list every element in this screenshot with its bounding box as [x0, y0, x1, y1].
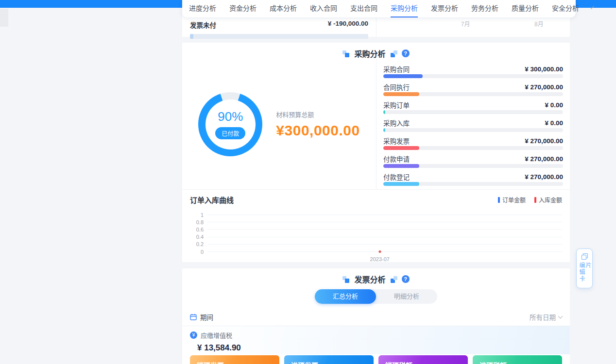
- chart-title: 订单入库曲线: [190, 195, 234, 205]
- budget-donut-block: 90% 已付款 材料预算总额 ¥300,000.00: [182, 59, 376, 189]
- y-axis-tick: 0.6: [190, 227, 204, 232]
- tax-card: 进项税额: [473, 355, 562, 364]
- vat-label: 应缴增值税: [201, 331, 232, 340]
- bar-fill: [383, 92, 419, 96]
- y-axis-tick: 0.4: [190, 234, 204, 240]
- nav-tab[interactable]: 支出合同: [350, 0, 377, 17]
- gridline: [207, 244, 562, 245]
- legend-item[interactable]: 入库金额: [534, 196, 562, 204]
- bar-label: 付款申请: [383, 154, 410, 164]
- gridline-row: 0.2: [190, 241, 562, 248]
- date-range-dropdown[interactable]: 所有日期: [530, 312, 562, 322]
- bar-value: ¥ 0.00: [545, 119, 563, 127]
- tax-card-label: 销项发票: [197, 362, 224, 364]
- background-panel-fragment: [0, 9, 8, 27]
- bar-fill: [383, 146, 419, 150]
- legend-label: 订单金额: [502, 196, 526, 204]
- decor-squares-icon: [342, 50, 350, 57]
- procurement-bar-row: 采购订单 ¥ 0.00: [383, 100, 563, 114]
- period-row: 期间 所有日期: [182, 308, 570, 326]
- edit-cards-button[interactable]: 编辑卡片: [576, 248, 593, 288]
- bar-track: [383, 92, 563, 96]
- nav-tab[interactable]: 成本分析: [270, 0, 297, 17]
- legend-item[interactable]: 订单金额: [498, 196, 526, 204]
- decor-squares-icon: [390, 276, 397, 283]
- y-axis-tick: 1: [190, 212, 204, 218]
- procurement-bar-row: 合同执行 ¥ 270,000.00: [383, 82, 563, 96]
- invoice-unpaid-value: ¥ -190,000.00: [328, 20, 368, 30]
- nav-tab[interactable]: 采购分析: [391, 0, 418, 17]
- bar-value: ¥ 270,000.00: [525, 173, 563, 181]
- nav-tab[interactable]: 安全分析: [552, 0, 579, 17]
- gridline: [207, 237, 562, 237]
- nav-tab[interactable]: 收入合同: [310, 0, 337, 17]
- nav-tab[interactable]: 劳务分析: [471, 0, 498, 17]
- decor-squares-icon: [390, 50, 397, 57]
- tax-card-label: 进项发票: [291, 362, 318, 364]
- bar-label: 采购订单: [383, 100, 410, 110]
- nav-tab[interactable]: 资金分析: [229, 0, 257, 17]
- invoice-section-header: 发票分析 ?: [182, 268, 570, 285]
- chart-legend: 订单金额 入库金额: [498, 196, 562, 204]
- invoice-unpaid-bar-fill: [190, 34, 193, 39]
- legend-marker-icon: [534, 197, 536, 203]
- tax-card: 进项发票: [284, 355, 374, 364]
- gridline-row: 0.6: [190, 226, 562, 233]
- gridline: [207, 229, 562, 230]
- bar-fill: [383, 164, 419, 168]
- tax-card-label: 进项税额: [479, 362, 507, 364]
- calendar-icon: [190, 314, 197, 320]
- bar-label: 合同执行: [383, 82, 410, 92]
- question-icon[interactable]: ?: [402, 50, 410, 57]
- period-label-group: 期间: [190, 312, 213, 322]
- y-axis-tick: 0.2: [190, 241, 204, 247]
- gridline: [207, 251, 562, 252]
- y-axis-tick: 0.8: [190, 219, 204, 225]
- edit-cards-label: 编辑卡片: [578, 262, 591, 288]
- period-label: 期间: [200, 312, 213, 322]
- bar-label: 采购入库: [383, 118, 410, 128]
- procurement-bars-list: 采购合同 ¥ 300,000.00 合同执行 ¥ 270,000.00: [376, 59, 570, 189]
- data-point-dot: [378, 250, 381, 253]
- gridline-row: 1: [190, 211, 562, 218]
- toggle-segment[interactable]: 汇总分析: [315, 289, 376, 304]
- procurement-bar-row: 采购入库 ¥ 0.00: [383, 118, 563, 132]
- date-range-value: 所有日期: [530, 312, 556, 322]
- chevron-down-icon: [558, 314, 563, 318]
- procurement-bar-row: 付款申请 ¥ 270,000.00: [383, 154, 563, 168]
- question-icon[interactable]: ?: [402, 275, 410, 283]
- tax-card: 销项税额: [378, 355, 468, 364]
- bar-track: [383, 182, 563, 186]
- donut-percent-value: 90%: [218, 109, 243, 124]
- procurement-bar-row: 采购发票 ¥ 270,000.00: [383, 136, 563, 150]
- summary-detail-toggle: 汇总分析明细分析: [315, 289, 437, 304]
- gridline-row: 0: [190, 248, 562, 255]
- gridline: [207, 222, 562, 222]
- nav-tab[interactable]: 发票分析: [431, 0, 458, 17]
- bar-value: ¥ 270,000.00: [525, 155, 563, 163]
- invoice-analysis-panel: 发票分析 ? 汇总分析明细分析 期间 所有日期: [182, 268, 570, 364]
- procurement-section-title: 采购分析: [354, 48, 385, 59]
- toggle-segment[interactable]: 明细分析: [376, 289, 437, 304]
- budget-total-block: 材料预算总额 ¥300,000.00: [276, 110, 359, 139]
- bar-value: ¥ 270,000.00: [525, 137, 563, 145]
- dashboard-content: 发票未付 ¥ -190,000.00 7月 8月 采购分析 ? 90%: [182, 0, 570, 364]
- month-label: 7月: [461, 19, 470, 28]
- tax-card: 销项发票: [190, 355, 279, 364]
- chart-plot-area: 1 0.8 0.6 0.4 0.2 0: [190, 211, 562, 255]
- budget-total-amount: ¥300,000.00: [276, 122, 359, 139]
- procurement-bar-row: 付款登记 ¥ 270,000.00: [383, 172, 563, 186]
- gridline-row: 0.8: [190, 218, 562, 226]
- procurement-analysis-panel: 采购分析 ? 90% 已付款 材料预算总额 ¥300,000.00: [182, 43, 570, 262]
- nav-tab[interactable]: 进度分析: [189, 0, 216, 17]
- x-axis-label: 2023-07: [370, 256, 390, 262]
- bar-track: [383, 164, 563, 168]
- bar-track: [383, 146, 563, 150]
- vat-amount: ¥ 13,584.90: [197, 343, 562, 353]
- tax-coin-icon: ¥: [190, 331, 197, 339]
- invoice-unpaid-bar-track: [190, 34, 368, 39]
- bar-label: 采购发票: [383, 136, 410, 146]
- nav-tab[interactable]: 质量分析: [512, 0, 539, 17]
- bar-fill: [383, 110, 385, 114]
- cards-icon: [582, 253, 588, 260]
